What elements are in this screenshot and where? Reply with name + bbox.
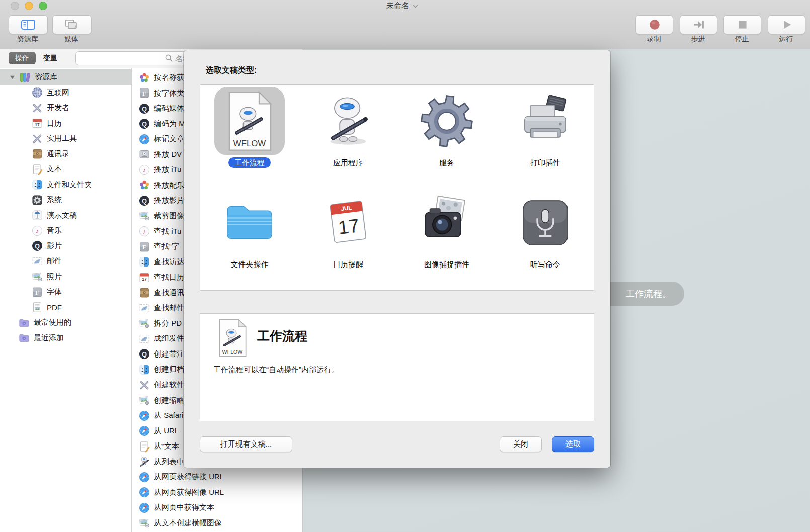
automator-robot-icon <box>320 93 376 149</box>
action-item-label: 裁剪图像 <box>154 211 184 221</box>
robot-small-icon <box>138 456 150 468</box>
action-item[interactable]: 从网页中获得文本 <box>132 500 302 515</box>
svg-text:F: F <box>142 90 146 97</box>
sidebar-item-library[interactable]: 资源库 <box>0 69 131 85</box>
sidebar-item-label: 日历 <box>47 119 62 128</box>
sidebar-item-label: 文本 <box>47 164 62 174</box>
media-icon: ♪ <box>64 19 79 31</box>
canvas-drop-hint-text: 工作流程。 <box>626 289 671 299</box>
record-button[interactable] <box>635 15 673 34</box>
minimize-window-button[interactable] <box>25 2 33 10</box>
document-type-application[interactable]: 应用程序 <box>299 87 397 188</box>
sidebar-item-label: 文件和文件夹 <box>47 180 92 190</box>
sidebar-item-system[interactable]: 系统 <box>0 192 131 208</box>
svg-text:WFLOW: WFLOW <box>233 139 266 148</box>
photo-icon <box>138 394 150 406</box>
document-type-workflow[interactable]: WFLOW 工作流程 <box>200 87 299 188</box>
font-icon: F <box>138 241 150 253</box>
document-type-dictation-command[interactable]: 听写命令 <box>496 189 595 289</box>
tab-actions-label: 操作 <box>15 54 29 63</box>
tab-actions[interactable]: 操作 <box>9 52 36 64</box>
window-title-area[interactable]: 未命名 <box>352 1 453 11</box>
action-item[interactable]: 从文本创建横幅图像 <box>132 515 302 531</box>
calendar-icon: 17 <box>31 117 43 129</box>
document-type-calendar-alarm[interactable]: JUL17 日历提醒 <box>299 189 397 289</box>
sidebar-item-calendar[interactable]: 17日历 <box>0 116 131 131</box>
sidebar-item-photos[interactable]: 照片 <box>0 269 131 285</box>
calendar-icon: 17 <box>138 272 150 284</box>
sidebar-item-mail[interactable]: 邮件 <box>0 253 131 269</box>
action-item-label: 成组发件 <box>154 334 184 343</box>
document-type-image-capture-plugin[interactable]: 图像捕捉插件 <box>397 189 496 289</box>
action-item[interactable]: 从网页获得图像 URL <box>132 485 302 500</box>
sidebar-item-files-folders[interactable]: 文件和文件夹 <box>0 177 131 193</box>
sidebar-item-developer[interactable]: 开发者 <box>0 100 131 116</box>
action-item-label: 查找“字 <box>154 242 179 251</box>
action-item[interactable]: 从网页获得链接 URL <box>132 469 302 485</box>
sidebar-item-label: 资源库 <box>35 72 57 82</box>
action-item-label: 播放配乐 <box>154 181 184 190</box>
type-label: 图像捕捉插件 <box>424 260 469 269</box>
close-window-button[interactable] <box>11 2 19 10</box>
media-button[interactable]: ♪ <box>52 15 92 34</box>
document-type-grid: WFLOW 工作流程 应用程序 服务 打印插件 文件夹操作JUL17 日历提醒 … <box>200 84 594 291</box>
svg-text:♪: ♪ <box>143 228 146 235</box>
library-button[interactable] <box>9 15 48 34</box>
svg-text:F: F <box>142 243 146 251</box>
sidebar-item-movies[interactable]: Q影片 <box>0 238 131 254</box>
sidebar-item-label: 系统 <box>47 195 62 205</box>
type-label: 服务 <box>439 158 454 167</box>
sidebar-item-contacts[interactable]: 通讯录 <box>0 146 131 162</box>
text-doc-icon <box>31 163 43 175</box>
sidebar-item-internet[interactable]: 互联网 <box>0 85 131 101</box>
svg-text:JUL: JUL <box>341 204 353 212</box>
action-item-label: 编码媒体 <box>154 104 184 113</box>
service-gear-icon <box>419 93 475 149</box>
action-item-label: 拆分 PD <box>154 319 182 328</box>
action-item-label: 创建软件 <box>154 380 184 390</box>
sidebar-item-label: 最近添加 <box>34 333 64 343</box>
action-item-label: 从网页获得图像 URL <box>154 488 224 497</box>
detail-description: 工作流程可以在“自动操作”内部运行。 <box>213 365 339 375</box>
open-existing-label: 打开现有文稿... <box>220 439 272 449</box>
sidebar-item-fonts[interactable]: F字体 <box>0 284 131 300</box>
record-icon <box>648 18 661 31</box>
svg-text:Q: Q <box>142 197 147 204</box>
workflow-icon-box: WFLOW <box>214 87 285 155</box>
quicktime-icon: Q <box>31 240 43 252</box>
run-button[interactable] <box>768 15 805 34</box>
finder-icon <box>138 256 150 268</box>
sidebar-item-label: 实用工具 <box>47 134 77 143</box>
close-button[interactable]: 关闭 <box>500 436 542 452</box>
action-item-label: 从列表中 <box>154 457 184 467</box>
calendar-big-icon: JUL17 <box>321 196 375 250</box>
safari-icon <box>138 502 150 514</box>
stop-button-label: 停止 <box>719 35 764 44</box>
svg-text:Q: Q <box>142 351 147 358</box>
document-type-print-plugin[interactable]: 打印插件 <box>496 87 595 188</box>
action-item-label: 创建带注 <box>154 349 184 359</box>
microphone-icon <box>519 196 572 249</box>
photo-icon <box>138 210 150 222</box>
sidebar-item-recently-added[interactable]: 最近添加 <box>0 330 131 346</box>
sidebar-item-text[interactable]: 文本 <box>0 161 131 177</box>
sidebar-item-label: 照片 <box>47 272 62 282</box>
sidebar-item-music[interactable]: ♪音乐 <box>0 223 131 238</box>
sidebar-item-presentations[interactable]: 演示文稿 <box>0 208 131 223</box>
mail-icon <box>31 255 43 268</box>
sidebar-item-label: 字体 <box>47 287 62 297</box>
sidebar-item-most-used[interactable]: 最常使用的 <box>0 315 131 330</box>
document-type-service[interactable]: 服务 <box>397 87 496 188</box>
sidebar-item-pdf[interactable]: PDF <box>0 300 131 315</box>
stop-button[interactable] <box>723 15 761 34</box>
document-type-folder-action[interactable]: 文件夹操作 <box>200 189 299 289</box>
sidebar-item-label: 演示文稿 <box>47 211 77 220</box>
sidebar-item-utilities[interactable]: 实用工具 <box>0 131 131 146</box>
step-button[interactable] <box>680 15 717 34</box>
zoom-window-button[interactable] <box>39 2 47 10</box>
media-button-label: 媒体 <box>48 35 95 44</box>
tab-variables[interactable]: 变量 <box>43 52 57 64</box>
choose-button[interactable]: 选取 <box>552 436 594 452</box>
detail-title: 工作流程 <box>257 328 307 344</box>
open-existing-document-button[interactable]: 打开现有文稿... <box>200 436 292 452</box>
